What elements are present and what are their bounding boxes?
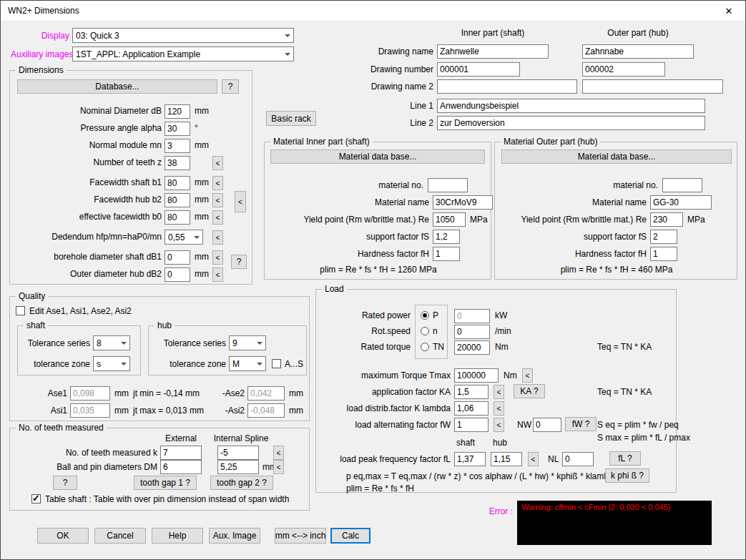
teeth-k-external-input[interactable] — [160, 446, 202, 460]
rot-speed-input[interactable] — [454, 325, 490, 339]
teeth-help-button[interactable]: ? — [53, 476, 77, 490]
power-radio[interactable] — [421, 311, 429, 320]
ka-help-button[interactable]: KA ? — [514, 384, 545, 398]
dimensions-help-button[interactable]: ? — [222, 79, 239, 94]
load-distribution-input[interactable] — [454, 401, 489, 416]
line1-input[interactable] — [437, 99, 705, 113]
borehole-diameter-input[interactable] — [165, 250, 190, 265]
left-arrow-button[interactable]: < — [212, 193, 223, 207]
nw-input[interactable] — [533, 418, 561, 432]
torque-radio[interactable] — [421, 343, 429, 351]
load-alternating-input[interactable] — [454, 418, 489, 432]
drawing-name-hub-input[interactable] — [582, 44, 694, 59]
material-hub-yield-input[interactable] — [650, 212, 683, 227]
material-shaft-yield-input[interactable] — [433, 212, 466, 227]
display-combo[interactable]: 03: Quick 3 — [72, 28, 294, 43]
ok-button[interactable]: OK — [37, 528, 89, 544]
title-bar: WN2+ Dimensions ✕ — [1, 1, 745, 21]
a-s-checkbox[interactable] — [272, 359, 281, 368]
calc-button[interactable]: Calc — [330, 528, 370, 544]
left-arrow-button[interactable]: < — [528, 452, 539, 466]
max-torque-input[interactable] — [454, 368, 499, 383]
rated-power-input[interactable] — [454, 309, 490, 323]
mm-inch-toggle-button[interactable]: mm <--> inch — [275, 528, 326, 544]
teeth-k-internal-input[interactable] — [217, 446, 259, 460]
drawing-name-shaft-input[interactable] — [437, 44, 549, 59]
left-arrow-button[interactable]: < — [494, 418, 504, 432]
material-no-label: material no. — [265, 180, 423, 190]
left-arrow-button[interactable]: < — [522, 368, 533, 383]
fw-help-button[interactable]: fW ? — [565, 417, 597, 431]
hub-tolerance-zone-combo[interactable]: M — [229, 356, 266, 371]
fl-hub-input[interactable] — [491, 452, 522, 466]
fl-shaft-input[interactable] — [454, 452, 486, 466]
material-shaft-database-button[interactable]: Material data base... — [270, 149, 485, 164]
dedendum-combo-value: 0,55 — [165, 230, 190, 244]
asi1-input[interactable] — [70, 403, 110, 418]
dm-internal-input[interactable] — [217, 460, 259, 474]
drawing-name2-shaft-input[interactable] — [437, 79, 577, 94]
dedendum-combo[interactable]: 0,55 — [165, 230, 203, 245]
material-hub-fs-input[interactable] — [650, 230, 677, 244]
facewidth-hub-input[interactable] — [165, 193, 190, 207]
table-shaft-checkbox[interactable] — [31, 494, 41, 503]
material-shaft-fs-input[interactable] — [433, 230, 460, 244]
rated-torque-input[interactable] — [454, 340, 490, 355]
material-hub-name-input[interactable] — [650, 195, 712, 210]
material-hub-no-input[interactable] — [662, 178, 702, 192]
dm-external-input[interactable] — [160, 460, 202, 474]
left-arrow-button[interactable]: < — [273, 446, 284, 460]
left-arrow-button[interactable]: < — [212, 230, 223, 245]
material-shaft-name-input[interactable] — [433, 195, 493, 210]
shaft-tolerance-series-combo[interactable]: 8 — [93, 335, 130, 350]
hub-tolerance-series-combo[interactable]: 9 — [229, 335, 266, 350]
normal-module-input[interactable] — [165, 139, 190, 153]
effective-facewidth-input[interactable] — [165, 210, 190, 225]
application-factor-input[interactable] — [454, 385, 489, 399]
outer-diameter-hub-input[interactable] — [165, 267, 190, 282]
material-hub-database-button[interactable]: Material data base... — [501, 149, 732, 164]
facewidth-shaft-input[interactable] — [165, 176, 190, 190]
aux-images-combo[interactable]: 1ST_APPL: Application Example — [72, 46, 294, 62]
cancel-button[interactable]: Cancel — [94, 528, 146, 544]
line2-input[interactable] — [437, 116, 705, 130]
drawing-name2-hub-input[interactable] — [582, 79, 723, 94]
fl-help-button[interactable]: fL ? — [609, 451, 641, 466]
diameter-help-button[interactable]: ? — [231, 255, 247, 269]
left-arrow-button[interactable]: < — [212, 250, 223, 265]
asi2-input[interactable] — [247, 403, 285, 418]
left-arrow-button[interactable]: < — [212, 210, 223, 225]
left-arrow-button[interactable]: < — [212, 176, 223, 190]
drawing-number-shaft-input[interactable] — [437, 62, 520, 77]
ase1-input[interactable] — [70, 386, 110, 401]
aux-image-button[interactable]: Aux. Image — [209, 528, 260, 544]
left-arrow-tall-button[interactable]: < — [235, 191, 246, 212]
nominal-diameter-input[interactable] — [165, 104, 190, 119]
drawing-number-hub-input[interactable] — [582, 62, 665, 77]
edit-ase-checkbox[interactable] — [16, 306, 25, 315]
teeth-number-input[interactable] — [165, 156, 190, 170]
material-hub-fh-input[interactable] — [650, 247, 677, 261]
material-shaft-no-input[interactable] — [428, 178, 468, 192]
help-button[interactable]: Help — [152, 528, 203, 544]
effective-facewidth-label: effective facewidth b0 — [10, 212, 162, 222]
left-arrow-button[interactable]: < — [494, 401, 504, 416]
tooth-gap1-button[interactable]: tooth gap 1 ? — [134, 476, 197, 490]
pressure-angle-input[interactable] — [165, 122, 190, 136]
ase2-input[interactable] — [247, 386, 285, 401]
left-arrow-button[interactable]: < — [494, 385, 504, 399]
left-arrow-button[interactable]: < — [273, 460, 284, 474]
database-button[interactable]: Database... — [17, 79, 217, 94]
shaft-tolerance-zone-combo[interactable]: s — [93, 356, 130, 371]
tooth-gap2-button[interactable]: tooth gap 2 ? — [210, 476, 273, 490]
plim-formula-text: plim = Re * fs * fH — [346, 483, 414, 493]
peq-formula-text: p eq,max = T eq,max / (rw * z) * cos alp… — [346, 471, 618, 481]
speed-radio[interactable] — [421, 327, 429, 335]
close-button[interactable]: ✕ — [712, 1, 745, 21]
material-shaft-fh-input[interactable] — [433, 247, 460, 261]
nl-input[interactable] — [562, 452, 594, 466]
left-arrow-button[interactable]: < — [212, 156, 223, 170]
kphi-help-button[interactable]: k phi ß ? — [605, 468, 649, 483]
left-arrow-button[interactable]: < — [212, 267, 223, 282]
basic-rack-button[interactable]: Basic rack — [266, 111, 316, 126]
